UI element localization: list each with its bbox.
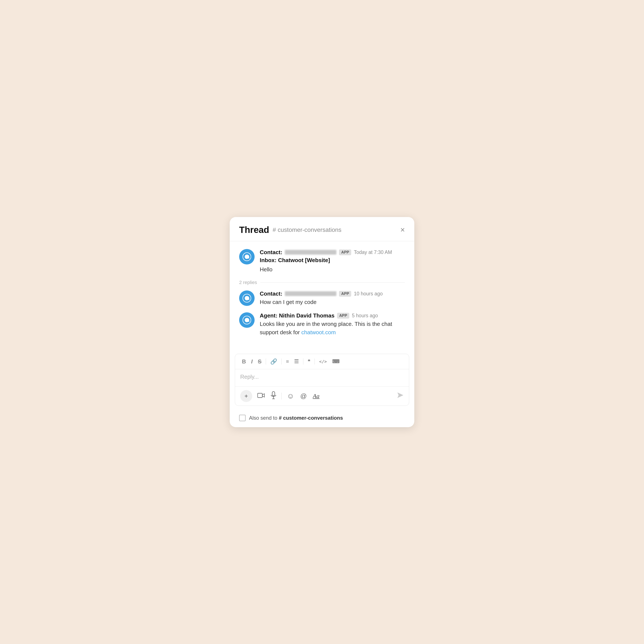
message-item: Contact: APP Today at 7:30 AM Inbox: Cha… [239, 249, 405, 274]
reply-item: Contact: APP 10 hours ago How can I get … [239, 290, 405, 306]
app-badge: APP [339, 249, 351, 255]
composer-toolbar: B I S 🔗 ≡ ☰ ❝ </> ⌨ [235, 354, 409, 369]
toolbar-separator [303, 358, 303, 365]
avatar [239, 312, 255, 328]
mention-button[interactable]: @ [299, 392, 308, 401]
message-timestamp: Today at 7:30 AM [354, 249, 392, 255]
panel-channel: # customer-conversations [273, 226, 342, 233]
emoji-button[interactable]: ☺ [286, 391, 295, 401]
reply-item: Agent: Nithin David Thomas APP 5 hours a… [239, 312, 405, 337]
redacted-name [285, 250, 336, 255]
replies-line [260, 282, 405, 283]
avatar [239, 290, 255, 306]
chatwoot-link[interactable]: chatwoot.com [301, 329, 336, 336]
message-header: Contact: APP Today at 7:30 AM [260, 249, 405, 256]
panel-header: Thread # customer-conversations × [230, 217, 414, 241]
also-send-checkbox[interactable] [239, 415, 246, 421]
strikethrough-button[interactable]: S [256, 358, 263, 365]
toolbar-separator [281, 358, 282, 365]
also-send-row: Also send to # customer-conversations [230, 411, 414, 427]
replies-label: 2 replies [239, 280, 257, 285]
message-body: Contact: APP Today at 7:30 AM Inbox: Cha… [260, 249, 405, 274]
message-text: Hello [260, 265, 405, 274]
snippet-button[interactable]: ⌨ [330, 358, 341, 365]
svg-rect-4 [272, 392, 275, 396]
bold-button[interactable]: B [240, 358, 248, 365]
inbox-label: Inbox: Chatwoot [Website] [260, 257, 405, 264]
toolbar-separator [266, 358, 266, 365]
add-button[interactable]: + [240, 390, 252, 402]
panel-title: Thread [239, 225, 269, 235]
italic-button[interactable]: I [249, 358, 254, 365]
code-button[interactable]: </> [317, 358, 328, 365]
video-button[interactable] [257, 391, 266, 401]
avatar [239, 249, 255, 264]
also-send-channel: # customer-conversations [279, 415, 343, 421]
reply-sender-name: Contact: [260, 290, 282, 297]
replies-divider: 2 replies [239, 280, 405, 285]
reply-body: Agent: Nithin David Thomas APP 5 hours a… [260, 312, 405, 337]
toolbar-separator [314, 358, 315, 365]
reply-app-badge: APP [337, 313, 349, 319]
format-button[interactable]: Aa [312, 392, 320, 400]
reply-app-badge: APP [339, 291, 351, 297]
unordered-list-button[interactable]: ☰ [292, 358, 301, 365]
agent-sender-name: Agent: Nithin David Thomas [260, 312, 334, 319]
reply-header: Agent: Nithin David Thomas APP 5 hours a… [260, 312, 405, 319]
also-send-text: Also send to # customer-conversations [249, 415, 343, 421]
link-button[interactable]: 🔗 [269, 358, 279, 365]
close-button[interactable]: × [400, 226, 405, 234]
composer-actions: + ☺ @ Aa [235, 386, 409, 406]
reply-text: How can I get my code [260, 298, 405, 306]
reply-timestamp: 5 hours ago [352, 313, 378, 319]
ordered-list-button[interactable]: ≡ [284, 358, 291, 365]
composer-separator [281, 393, 282, 399]
redacted-name [285, 291, 336, 296]
composer: B I S 🔗 ≡ ☰ ❝ </> ⌨ Reply... + [235, 354, 409, 406]
blockquote-button[interactable]: ❝ [306, 358, 312, 365]
send-button[interactable] [396, 392, 404, 401]
reply-header: Contact: APP 10 hours ago [260, 290, 405, 297]
agent-reply-text: Looks like you are in the wrong place. T… [260, 320, 405, 337]
sender-name: Contact: [260, 249, 282, 256]
audio-button[interactable] [270, 390, 277, 402]
reply-input[interactable]: Reply... [235, 369, 409, 386]
thread-panel: Thread # customer-conversations × Contac… [230, 217, 414, 427]
messages-area: Contact: APP Today at 7:30 AM Inbox: Cha… [230, 241, 414, 350]
svg-rect-3 [258, 393, 262, 398]
reply-body: Contact: APP 10 hours ago How can I get … [260, 290, 405, 306]
reply-timestamp: 10 hours ago [354, 291, 383, 297]
